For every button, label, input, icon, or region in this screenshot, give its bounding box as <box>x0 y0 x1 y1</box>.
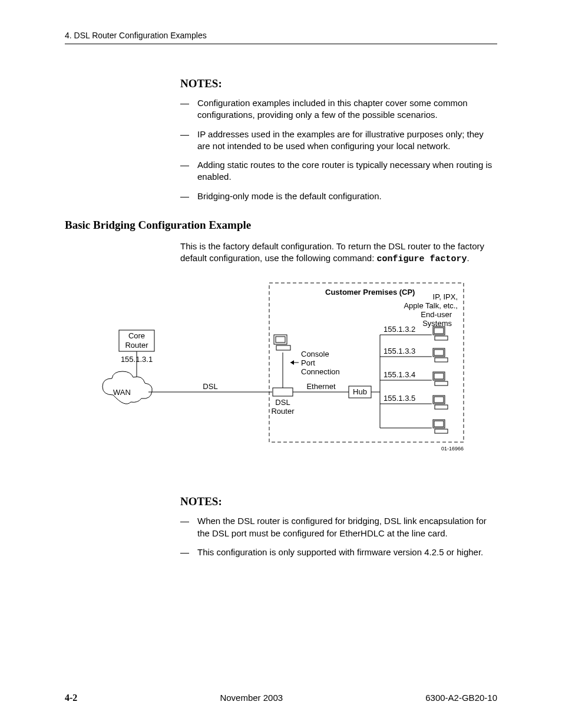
svg-rect-7 <box>276 337 285 342</box>
section-heading: Basic Bridging Configuration Example <box>65 219 497 232</box>
cp-label: Customer Premises (CP) <box>325 288 415 297</box>
end-user-l3: End-user <box>421 310 452 319</box>
footer-date: November 2003 <box>220 693 283 703</box>
svg-rect-22 <box>434 328 444 334</box>
end-user-l1: IP, IPX, <box>433 292 458 301</box>
page-number: 4-2 <box>65 693 77 703</box>
page-footer: 4-2 November 2003 6300-A2-GB20-10 <box>65 693 497 703</box>
dsl-label: DSL <box>203 382 217 391</box>
note-text: Configuration examples included in this … <box>197 97 497 121</box>
svg-rect-23 <box>435 336 448 340</box>
list-item: — This configuration is only supported w… <box>180 546 497 558</box>
note-text: Adding static routes to the core router … <box>197 159 497 183</box>
section-intro: This is the factory default configuratio… <box>180 241 497 266</box>
notes-heading-top: NOTES: <box>180 77 497 90</box>
pc-ip-1: 155.1.3.2 <box>384 325 415 334</box>
svg-rect-4 <box>273 388 293 396</box>
notes-list-top: — Configuration examples included in thi… <box>180 97 497 202</box>
core-router-l1: Core <box>128 331 145 340</box>
command-text: configure factory <box>377 254 467 264</box>
end-user-l2: Apple Talk, etc., <box>404 301 458 310</box>
list-item: — Adding static routes to the core route… <box>180 159 497 183</box>
list-item: — IP addresses used in the examples are … <box>180 129 497 153</box>
svg-rect-34 <box>434 421 444 427</box>
console-l1: Console <box>301 350 329 358</box>
console-l2: Port <box>301 358 315 367</box>
note-text: IP addresses used in the examples are fo… <box>197 129 497 153</box>
network-diagram: Customer Premises (CP) IP, IPX, Apple Ta… <box>65 277 497 454</box>
note-text: When the DSL router is configured for br… <box>197 515 497 539</box>
svg-rect-28 <box>434 373 444 379</box>
pc-icon <box>433 420 448 433</box>
svg-rect-29 <box>435 381 448 386</box>
dsl-router-l2: Router <box>271 407 295 416</box>
ethernet-label: Ethernet <box>306 382 336 391</box>
pc-icon <box>433 348 448 362</box>
intro-text-b: . <box>467 253 470 263</box>
wan-label: WAN <box>113 388 131 397</box>
footer-doc: 6300-A2-GB20-10 <box>425 693 497 703</box>
svg-rect-31 <box>434 397 444 403</box>
notes-list-bottom: — When the DSL router is configured for … <box>180 515 497 558</box>
svg-rect-8 <box>276 345 290 350</box>
svg-rect-32 <box>435 405 448 409</box>
svg-rect-26 <box>435 358 448 362</box>
pc-icon <box>433 372 448 386</box>
dash-icon: — <box>180 546 189 558</box>
notes-heading-bottom: NOTES: <box>180 495 497 508</box>
svg-rect-35 <box>435 429 448 433</box>
dash-icon: — <box>180 129 189 140</box>
dsl-router-l1: DSL <box>275 398 290 407</box>
pc-ip-2: 155.1.3.3 <box>384 347 415 355</box>
pc-icon <box>433 327 448 340</box>
list-item: — When the DSL router is configured for … <box>180 515 497 539</box>
hub-label: Hub <box>353 387 367 396</box>
list-item: — Configuration examples included in thi… <box>180 97 497 121</box>
figure-id: 01-16966 <box>441 446 464 452</box>
console-l3: Connection <box>301 367 340 376</box>
dash-icon: — <box>180 515 189 527</box>
svg-marker-11 <box>290 360 294 365</box>
svg-rect-25 <box>434 350 444 355</box>
dash-icon: — <box>180 190 189 202</box>
pc-ip-3: 155.1.3.4 <box>384 370 415 379</box>
console-pc-icon <box>274 335 290 350</box>
note-text: Bridging-only mode is the default config… <box>197 190 382 202</box>
pc-ip-4: 155.1.3.5 <box>384 394 415 403</box>
dash-icon: — <box>180 97 189 109</box>
dash-icon: — <box>180 159 189 171</box>
pc-icon <box>433 396 448 409</box>
running-header: 4. DSL Router Configuration Examples <box>65 31 497 44</box>
list-item: — Bridging-only mode is the default conf… <box>180 190 497 202</box>
note-text: This configuration is only supported wit… <box>197 546 483 558</box>
core-router-l2: Router <box>125 341 148 350</box>
